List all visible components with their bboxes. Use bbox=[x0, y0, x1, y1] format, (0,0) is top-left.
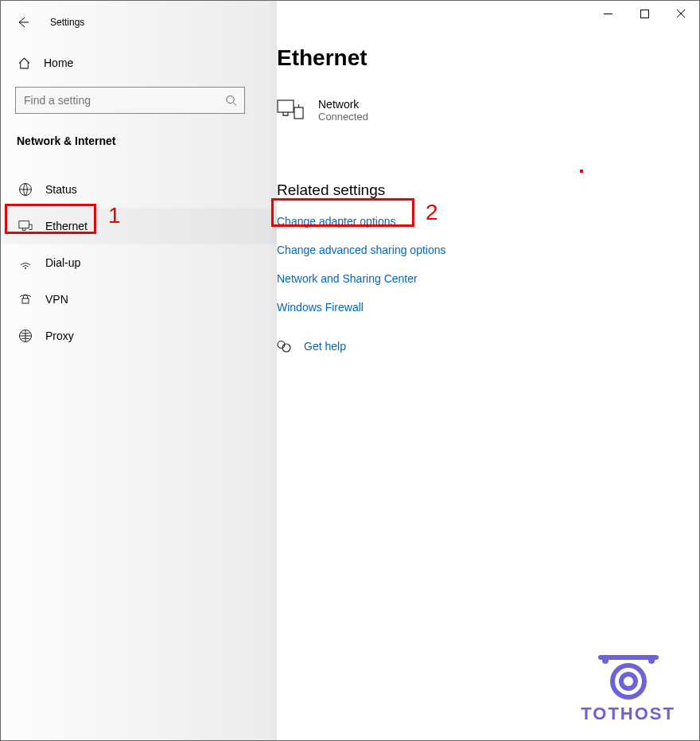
proxy-icon bbox=[18, 329, 33, 343]
sidebar-item-ethernet[interactable]: Ethernet bbox=[1, 208, 277, 244]
svg-rect-4 bbox=[22, 298, 29, 303]
close-button[interactable] bbox=[663, 1, 699, 26]
svg-point-14 bbox=[621, 674, 636, 688]
red-dot-artifact bbox=[580, 170, 583, 173]
link-network-sharing-center[interactable]: Network and Sharing Center bbox=[277, 264, 699, 293]
back-arrow-icon bbox=[17, 16, 29, 29]
status-icon bbox=[18, 182, 33, 197]
svg-point-13 bbox=[612, 665, 644, 697]
link-change-advanced-sharing[interactable]: Change advanced sharing options bbox=[277, 236, 699, 264]
home-icon bbox=[17, 56, 31, 70]
sidebar-item-vpn[interactable]: VPN bbox=[1, 281, 277, 318]
network-status: Connected bbox=[318, 111, 368, 123]
search-box[interactable] bbox=[15, 87, 245, 114]
window-title: Settings bbox=[50, 17, 84, 28]
sidebar-item-dialup[interactable]: Dial-up bbox=[1, 244, 277, 281]
watermark-text: TOTHOST bbox=[581, 704, 675, 724]
ethernet-icon bbox=[18, 219, 33, 233]
sidebar-item-status[interactable]: Status bbox=[1, 171, 277, 208]
sidebar-item-label: VPN bbox=[45, 293, 68, 306]
back-button[interactable] bbox=[15, 14, 31, 30]
title-bar: Settings bbox=[1, 7, 277, 37]
sidebar-item-label: Status bbox=[45, 183, 77, 196]
sidebar-item-label: Proxy bbox=[45, 330, 74, 342]
sidebar: Settings Home Network & Internet bbox=[1, 1, 277, 740]
category-heading: Network & Internet bbox=[1, 114, 277, 157]
link-change-adapter-options[interactable]: Change adapter options bbox=[277, 207, 699, 236]
maximize-icon bbox=[640, 10, 649, 18]
svg-rect-8 bbox=[294, 107, 303, 119]
svg-rect-7 bbox=[278, 100, 294, 112]
home-label: Home bbox=[44, 57, 73, 69]
maximize-button[interactable] bbox=[626, 1, 663, 26]
svg-point-3 bbox=[25, 267, 25, 268]
minimize-button[interactable] bbox=[589, 1, 626, 26]
vpn-icon bbox=[18, 292, 33, 306]
related-settings-heading: Related settings bbox=[277, 181, 699, 199]
dialup-icon bbox=[18, 255, 33, 270]
window-controls bbox=[589, 1, 699, 26]
network-monitor-icon bbox=[277, 99, 304, 122]
svg-point-12 bbox=[648, 657, 655, 664]
svg-rect-6 bbox=[640, 10, 648, 18]
sidebar-item-proxy[interactable]: Proxy bbox=[1, 318, 277, 354]
close-icon bbox=[676, 9, 686, 18]
home-button[interactable]: Home bbox=[1, 50, 277, 76]
sidebar-item-label: Ethernet bbox=[45, 220, 88, 232]
network-item[interactable]: Network Connected bbox=[277, 98, 699, 123]
sidebar-item-label: Dial-up bbox=[45, 256, 80, 269]
settings-window: Settings Home Network & Internet bbox=[0, 0, 700, 741]
page-title: Ethernet bbox=[277, 45, 699, 71]
watermark-logo: TOTHOST bbox=[581, 653, 675, 724]
network-name: Network bbox=[318, 98, 368, 111]
svg-point-11 bbox=[602, 657, 609, 664]
search-input[interactable] bbox=[15, 87, 245, 114]
svg-rect-2 bbox=[19, 221, 29, 228]
main-content: Ethernet bbox=[277, 1, 699, 740]
minimize-icon bbox=[604, 10, 612, 18]
get-help[interactable]: Get help bbox=[277, 339, 699, 353]
link-windows-firewall[interactable]: Windows Firewall bbox=[277, 293, 699, 322]
help-link-label: Get help bbox=[304, 340, 346, 353]
help-icon bbox=[277, 339, 291, 353]
